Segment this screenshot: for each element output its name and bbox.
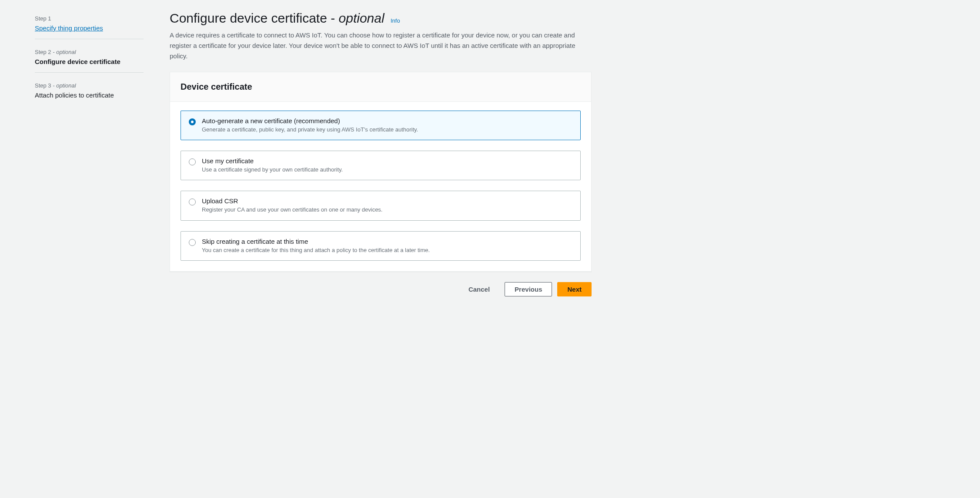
page-description: A device requires a certificate to conne… bbox=[170, 30, 592, 61]
panel-title: Device certificate bbox=[181, 82, 581, 92]
page-title-text: Configure device certificate - bbox=[170, 11, 339, 25]
device-certificate-panel: Device certificate Auto-generate a new c… bbox=[170, 72, 592, 272]
option-title: Use my certificate bbox=[202, 157, 572, 165]
radio-icon bbox=[189, 158, 196, 165]
cancel-button[interactable]: Cancel bbox=[459, 283, 499, 296]
main-content: Configure device certificate - optional … bbox=[170, 11, 592, 296]
option-title: Skip creating a certificate at this time bbox=[202, 238, 572, 245]
page-title: Configure device certificate - optional bbox=[170, 11, 388, 25]
step-label: Step 2 - optional bbox=[35, 49, 144, 55]
step-label: Step 1 bbox=[35, 15, 144, 22]
option-title: Upload CSR bbox=[202, 197, 572, 205]
step-title: Attach policies to certificate bbox=[35, 91, 144, 99]
option-text: Use my certificate Use a certificate sig… bbox=[202, 157, 572, 174]
option-upload-csr[interactable]: Upload CSR Register your CA and use your… bbox=[181, 191, 581, 220]
radio-icon bbox=[189, 199, 196, 205]
panel-body: Auto-generate a new certificate (recomme… bbox=[170, 102, 591, 271]
radio-icon bbox=[189, 118, 196, 125]
page-header: Configure device certificate - optional … bbox=[170, 11, 592, 61]
option-use-my-certificate[interactable]: Use my certificate Use a certificate sig… bbox=[181, 151, 581, 180]
page-title-optional: optional bbox=[339, 11, 385, 25]
wizard-step-1[interactable]: Step 1 Specify thing properties bbox=[35, 11, 144, 39]
option-auto-generate[interactable]: Auto-generate a new certificate (recomme… bbox=[181, 111, 581, 140]
step-label: Step 3 - optional bbox=[35, 82, 144, 89]
previous-button[interactable]: Previous bbox=[505, 282, 552, 296]
step-title-current: Configure device certificate bbox=[35, 58, 144, 65]
option-title: Auto-generate a new certificate (recomme… bbox=[202, 117, 572, 124]
panel-header: Device certificate bbox=[170, 72, 591, 102]
option-desc: Generate a certificate, public key, and … bbox=[202, 126, 572, 134]
option-desc: Register your CA and use your own certif… bbox=[202, 206, 572, 214]
option-desc: Use a certificate signed by your own cer… bbox=[202, 166, 572, 174]
option-text: Auto-generate a new certificate (recomme… bbox=[202, 117, 572, 134]
option-text: Upload CSR Register your CA and use your… bbox=[202, 197, 572, 214]
option-skip-certificate[interactable]: Skip creating a certificate at this time… bbox=[181, 231, 581, 261]
wizard-step-2: Step 2 - optional Configure device certi… bbox=[35, 44, 144, 73]
option-desc: You can create a certificate for this th… bbox=[202, 246, 572, 254]
wizard-step-3: Step 3 - optional Attach policies to cer… bbox=[35, 78, 144, 106]
wizard-buttons: Cancel Previous Next bbox=[170, 282, 592, 296]
step-title-link[interactable]: Specify thing properties bbox=[35, 24, 144, 32]
option-text: Skip creating a certificate at this time… bbox=[202, 238, 572, 254]
info-link[interactable]: Info bbox=[391, 17, 400, 24]
page-container: Step 1 Specify thing properties Step 2 -… bbox=[0, 0, 980, 314]
next-button[interactable]: Next bbox=[557, 282, 592, 296]
wizard-steps-sidebar: Step 1 Specify thing properties Step 2 -… bbox=[35, 11, 144, 296]
radio-icon bbox=[189, 239, 196, 246]
